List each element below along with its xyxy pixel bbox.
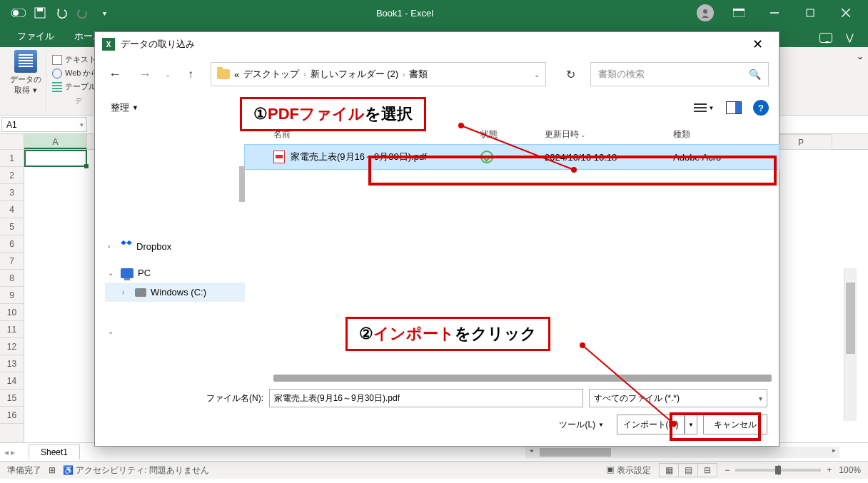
name-box[interactable]: A1 xyxy=(1,117,87,132)
ribbon-pin-icon[interactable]: ⌄ xyxy=(857,51,864,61)
page-layout-icon[interactable]: ▤ xyxy=(678,463,698,477)
tree-item-collapsed[interactable]: ⌄ xyxy=(105,323,245,340)
horizontal-scrollbar[interactable]: ◂▸ xyxy=(525,447,839,458)
import-dropdown[interactable]: ▼ xyxy=(685,415,697,434)
tree-item-drive-c[interactable]: › Windows (C:) xyxy=(105,283,245,302)
annotation-callout-2: ② インポート をクリック xyxy=(345,317,550,351)
row-header[interactable]: 6 xyxy=(0,235,24,253)
row-header[interactable]: 14 xyxy=(0,372,24,390)
import-data-dialog: X データの取り込み ✕ ← → ⌄ ↑ « デスクトップ › 新しいフォルダー… xyxy=(94,31,779,447)
minimize-button[interactable] xyxy=(758,0,791,26)
qat-more-icon[interactable]: ▾ xyxy=(96,4,113,21)
chevron-down-icon: ⌄ xyxy=(108,327,116,335)
file-name: 家電売上表(9月16～9月30日).pdf xyxy=(291,151,427,163)
sync-ok-icon xyxy=(480,151,493,163)
row-header[interactable]: 3 xyxy=(0,184,24,201)
page-break-icon[interactable]: ⊟ xyxy=(697,463,717,477)
column-status[interactable]: 状態 xyxy=(480,128,545,141)
sheet-nav[interactable]: ◂ ▸ xyxy=(4,447,15,457)
filename-label: ファイル名(N): xyxy=(106,392,263,405)
vertical-scrollbar[interactable] xyxy=(844,268,857,421)
row-header[interactable]: 16 xyxy=(0,407,24,424)
zoom-out-icon[interactable]: − xyxy=(725,465,730,475)
select-all-corner[interactable] xyxy=(0,134,24,150)
nav-history-icon[interactable]: ⌄ xyxy=(165,71,171,78)
macro-rec-icon[interactable]: ⊞ xyxy=(49,465,56,475)
nav-back-icon[interactable]: ← xyxy=(105,67,125,82)
breadcrumb-item[interactable]: 書類 xyxy=(409,68,428,81)
row-header[interactable]: 13 xyxy=(0,355,24,372)
organize-menu[interactable]: 整理 ▼ xyxy=(105,98,144,117)
dialog-title: データの取り込み xyxy=(121,38,195,51)
redo-icon[interactable] xyxy=(74,4,91,21)
breadcrumb-overflow[interactable]: « xyxy=(234,69,239,80)
file-row-selected[interactable]: 家電売上表(9月16～9月30日).pdf 2024/10/16 16:18 A… xyxy=(245,145,779,169)
dialog-footer: ファイル名(N): すべてのファイル (*.*) ツール(L) ▼ インポート(… xyxy=(95,382,779,446)
ribbon-collapse-icon[interactable]: ⋁ xyxy=(846,32,854,43)
row-header[interactable]: 12 xyxy=(0,338,24,355)
column-type[interactable]: 種類 xyxy=(673,128,752,141)
refresh-icon[interactable]: ↻ xyxy=(560,68,580,81)
autosave-toggle[interactable] xyxy=(10,4,27,21)
row-header[interactable]: 10 xyxy=(0,304,24,321)
display-settings[interactable]: ▣ 表示設定 xyxy=(606,464,651,477)
tab-file[interactable]: ファイル xyxy=(7,26,64,47)
annotation-callout-1: ① PDFファイル を選択 xyxy=(240,97,426,131)
search-input[interactable]: 書類の検索 🔍 xyxy=(590,62,769,86)
folder-icon xyxy=(217,69,230,79)
zoom-in-icon[interactable]: + xyxy=(827,465,832,475)
dropbox-icon xyxy=(121,240,132,252)
undo-icon[interactable] xyxy=(53,4,70,21)
get-data-label-2: 取得 ▾ xyxy=(14,85,36,96)
breadcrumb-item[interactable]: デスクトップ xyxy=(243,68,299,81)
normal-view-icon[interactable]: ▦ xyxy=(659,463,679,477)
view-mode-menu[interactable]: ▼ xyxy=(693,100,715,116)
svg-rect-8 xyxy=(807,9,814,16)
row-header[interactable]: 8 xyxy=(0,270,24,287)
breadcrumb-dropdown-icon[interactable]: ⌄ xyxy=(534,71,540,78)
user-avatar[interactable] xyxy=(697,4,714,21)
row-header[interactable]: 1 xyxy=(0,150,24,167)
share-icon[interactable] xyxy=(819,33,832,43)
import-button[interactable]: インポート(M) xyxy=(617,415,685,434)
row-header[interactable]: 2 xyxy=(0,167,24,184)
zoom-level[interactable]: 100% xyxy=(839,465,861,475)
preview-pane-toggle[interactable] xyxy=(723,100,745,116)
chevron-right-icon: › xyxy=(108,243,116,250)
row-headers: 1 2 3 4 5 6 7 8 9 10 11 12 13 14 15 16 xyxy=(0,134,24,442)
save-icon[interactable] xyxy=(31,4,49,21)
row-header[interactable]: 7 xyxy=(0,253,24,270)
tree-item-pc[interactable]: ⌄ PC xyxy=(105,263,245,283)
help-icon[interactable]: ? xyxy=(753,100,769,116)
row-header[interactable]: 9 xyxy=(0,287,24,304)
filetype-select[interactable]: すべてのファイル (*.*) xyxy=(589,389,767,407)
cancel-button[interactable]: キャンセル xyxy=(703,415,767,434)
column-header[interactable]: A xyxy=(24,134,87,149)
list-h-scrollbar[interactable] xyxy=(273,375,772,382)
sheet-tab[interactable]: Sheet1 xyxy=(29,444,80,459)
accessibility-status[interactable]: ♿ アクセシビリティ: 問題ありません xyxy=(63,464,209,477)
close-button[interactable] xyxy=(829,0,862,26)
chevron-down-icon: ⌄ xyxy=(108,269,116,277)
column-date[interactable]: 更新日時⌄ xyxy=(545,128,673,141)
ribbon-display-icon[interactable] xyxy=(722,0,755,26)
filename-input[interactable] xyxy=(269,389,583,407)
row-header[interactable]: 4 xyxy=(0,201,24,218)
dialog-nav-bar: ← → ⌄ ↑ « デスクトップ › 新しいフォルダー (2) › 書類 ⌄ ↻… xyxy=(95,56,779,92)
tree-item-dropbox[interactable]: › Dropbox xyxy=(105,236,245,256)
row-header[interactable]: 11 xyxy=(0,321,24,338)
splitter-handle[interactable] xyxy=(239,166,245,202)
dialog-close-button[interactable]: ✕ xyxy=(743,36,772,52)
tools-menu[interactable]: ツール(L) ▼ xyxy=(559,419,604,431)
get-data-button[interactable]: データの 取得 ▾ xyxy=(10,50,41,96)
row-header[interactable]: 5 xyxy=(0,218,24,235)
callout-1-red: PDFファイル xyxy=(268,103,365,125)
maximize-button[interactable] xyxy=(794,0,827,26)
nav-up-icon[interactable]: ↑ xyxy=(181,68,201,81)
nav-forward-icon[interactable]: → xyxy=(135,67,155,82)
breadcrumb[interactable]: « デスクトップ › 新しいフォルダー (2) › 書類 ⌄ xyxy=(211,62,546,86)
zoom-slider[interactable] xyxy=(735,469,821,472)
breadcrumb-item[interactable]: 新しいフォルダー (2) xyxy=(311,68,399,81)
row-header[interactable]: 15 xyxy=(0,390,24,407)
search-icon: 🔍 xyxy=(749,68,761,80)
